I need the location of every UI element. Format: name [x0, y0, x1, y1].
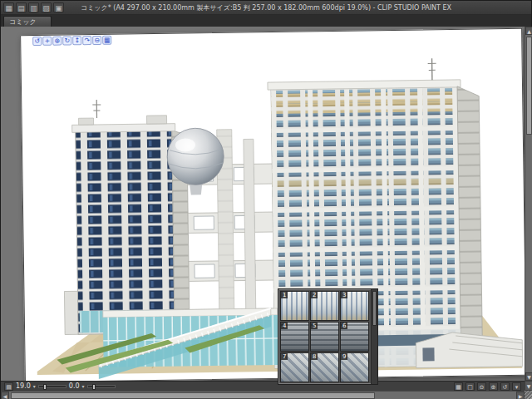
preset-number: 5	[311, 323, 318, 329]
preset-thumbnail-2[interactable]: 2	[310, 291, 339, 321]
preset-grid: 1 2 3 4 5 6 7 8 9	[278, 289, 371, 384]
zoom-out-icon[interactable]: ⊖	[477, 382, 486, 391]
fit-screen-icon[interactable]: □	[466, 382, 475, 391]
preset-number: 2	[311, 292, 318, 298]
tab-comic-label: コミック	[9, 17, 37, 27]
zoom-slider-thumb[interactable]	[43, 384, 47, 390]
zoom-value[interactable]: 19.0	[16, 382, 31, 390]
full-view-icon[interactable]: ▣	[53, 2, 64, 12]
page-canvas[interactable]: ↺ + ⊕ ↻ ↕ ↷ ⊖ ▦	[20, 28, 525, 381]
left-tower	[62, 98, 190, 334]
titlebar-icon-group: ▦ ▤ ▥ ▧ ▣	[1, 2, 64, 12]
tab-bar: コミック	[1, 15, 531, 27]
preset-thumbnail-5[interactable]: 5	[310, 322, 339, 352]
system-menu-icon[interactable]: ▦	[3, 2, 14, 12]
scroll-down-icon[interactable]: ▼	[525, 372, 532, 381]
preset-number: 3	[341, 292, 347, 298]
preset-thumbnail-3[interactable]: 3	[340, 291, 369, 321]
zoom-in-icon[interactable]: ⊕	[489, 382, 498, 391]
vertical-scrollbar[interactable]: ▲ ▼	[525, 27, 532, 381]
rotation-value[interactable]: 0.0	[69, 382, 80, 390]
preset-number: 1	[281, 292, 288, 298]
preset-number: 8	[311, 353, 318, 360]
3d-building-render	[22, 36, 525, 381]
tile-windows-icon[interactable]: ▥	[28, 2, 39, 12]
scroll-up-icon[interactable]: ▲	[525, 27, 532, 35]
preset-number: 4	[281, 323, 288, 329]
horizontal-scrollbar-thumb[interactable]	[11, 392, 375, 399]
view-options-icon[interactable]: ▾	[512, 382, 521, 391]
rotate-reset-icon[interactable]: ↺	[500, 382, 510, 391]
preset-number: 6	[341, 323, 347, 329]
rotation-caret-icon[interactable]: ▾	[82, 383, 85, 389]
window-title: コミック* (A4 297.00 x 210.00mm 製本サイズ:B5 判 2…	[81, 3, 451, 12]
scroll-left-icon[interactable]: ◀	[1, 392, 9, 399]
navigator-icon[interactable]: ▦	[454, 382, 463, 391]
canvas-area[interactable]: ↺ + ⊕ ↻ ↕ ↷ ⊖ ▦	[1, 27, 525, 381]
scroll-corner-button[interactable]: ▼	[525, 381, 532, 391]
status-bar: ▤ 19.0 ▾ 0.0 ▾ ▦ □ ⊖ ⊕ ↺ ▾	[1, 381, 525, 391]
vertical-scrollbar-thumb[interactable]	[526, 37, 532, 135]
titlebar: ▦ ▤ ▥ ▧ ▣ コミック* (A4 297.00 x 210.00mm 製本…	[1, 1, 531, 15]
rotation-slider-thumb[interactable]	[92, 384, 96, 390]
cascade-windows-icon[interactable]: ▧	[41, 2, 52, 12]
preset-number: 7	[281, 353, 288, 360]
workspace-icon[interactable]: ▤	[16, 2, 27, 12]
zoom-slider[interactable]	[38, 385, 66, 388]
preset-scrollbar[interactable]	[371, 289, 377, 384]
preset-angle-panel: 1 2 3 4 5 6 7 8 9	[278, 288, 378, 385]
preset-thumbnail-6[interactable]: 6	[340, 322, 369, 352]
app-window: ▦ ▤ ▥ ▧ ▣ コミック* (A4 297.00 x 210.00mm 製本…	[0, 0, 532, 399]
preset-thumbnail-8[interactable]: 8	[310, 352, 339, 382]
resize-grip[interactable]	[525, 391, 532, 399]
preset-thumbnail-7[interactable]: 7	[280, 352, 309, 382]
scroll-right-icon[interactable]: ▶	[516, 392, 525, 399]
preset-scrollbar-thumb[interactable]	[372, 291, 377, 326]
preset-number: 9	[341, 353, 347, 360]
rotation-slider[interactable]	[87, 385, 116, 388]
preset-thumbnail-1[interactable]: 1	[280, 291, 309, 321]
preset-thumbnail-4[interactable]: 4	[280, 322, 309, 352]
horizontal-scrollbar[interactable]: ◀ ▶	[1, 391, 525, 399]
tab-comic[interactable]: コミック	[3, 16, 52, 27]
zoom-caret-icon[interactable]: ▾	[33, 383, 36, 389]
panel-menu-icon[interactable]: ▤	[4, 382, 13, 391]
preset-thumbnail-9[interactable]: 9	[340, 352, 369, 382]
